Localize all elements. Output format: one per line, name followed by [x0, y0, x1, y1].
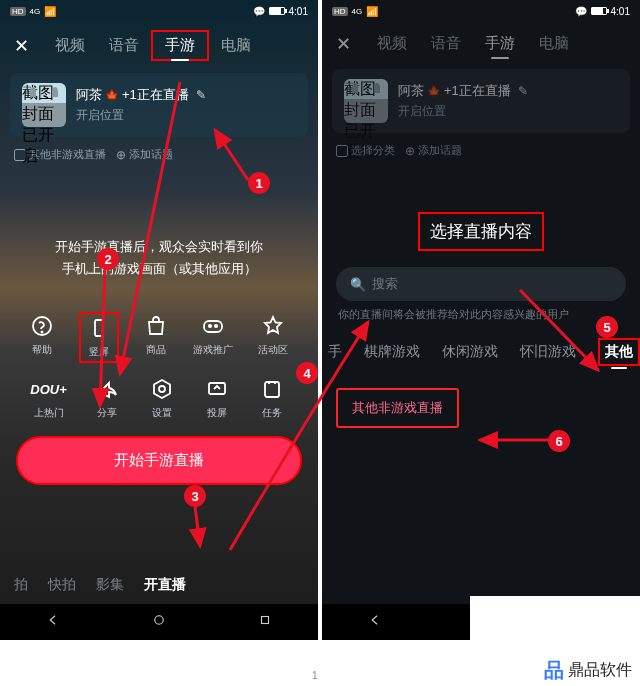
brand-logo: 品鼎品软件 — [544, 657, 632, 684]
tab-video[interactable]: 视频 — [43, 32, 97, 59]
status-bar: HD4G📶 💬4:01 — [0, 0, 318, 22]
user-card[interactable]: 截图封面已开启 阿茶🍁+1正在直播 ✎ 开启位置 — [10, 73, 308, 137]
icon-grid-2: DOU+上热门 分享 设置 投屏 任务 — [0, 377, 318, 420]
activity-button[interactable]: 活动区 — [258, 314, 288, 363]
btab-album[interactable]: 影集 — [96, 576, 124, 594]
category-list: 手 棋牌游戏 休闲游戏 怀旧游戏 其他 — [322, 322, 640, 376]
help-button[interactable]: 帮助 — [30, 314, 54, 363]
tasks-button[interactable]: 任务 — [260, 377, 284, 420]
cast-button[interactable]: 投屏 — [205, 377, 229, 420]
status-bar: HD4G📶 💬4:01 — [322, 0, 640, 22]
bottom-tabs: 拍 快拍 影集 开直播 — [0, 566, 318, 604]
left-phone: HD4G📶 💬4:01 ✕ 视频 语音 手游 电脑 截图封面已开启 阿茶🍁+1正… — [0, 0, 318, 640]
nav-back-icon[interactable] — [46, 613, 60, 631]
cat-card[interactable]: 棋牌游戏 — [364, 343, 420, 361]
close-icon[interactable]: ✕ — [8, 35, 35, 57]
user-card[interactable]: 截图封面已开启 阿茶🍁+1正在直播✎ 开启位置 — [332, 69, 630, 133]
svg-rect-2 — [95, 320, 103, 336]
svg-rect-3 — [204, 321, 222, 332]
cat-partial[interactable]: 手 — [328, 343, 342, 361]
promo-button[interactable]: 游戏推广 — [193, 314, 233, 363]
right-phone: HD4G📶 💬4:01 ✕ 视频 语音 手游 电脑 截图封面已开启 阿茶🍁+1正… — [322, 0, 640, 640]
location-toggle[interactable]: 开启位置 — [76, 107, 296, 124]
topic-chip[interactable]: 添加话题 — [116, 147, 173, 162]
category-tabs: ✕ 视频 语音 手游 电脑 — [0, 22, 318, 67]
share-button[interactable]: 分享 — [95, 377, 119, 420]
footnote: 1 — [308, 669, 322, 682]
annotation-5: 5 — [596, 316, 618, 338]
svg-point-4 — [209, 325, 211, 327]
svg-point-1 — [42, 332, 43, 333]
start-stream-button[interactable]: 开始手游直播 — [16, 436, 302, 485]
avatar: 截图封面已开启 — [344, 79, 388, 123]
orientation-button[interactable]: 竖屏 — [79, 312, 119, 363]
btab-quick[interactable]: 快拍 — [48, 576, 76, 594]
edit-icon[interactable]: ✎ — [196, 88, 206, 102]
btab-live[interactable]: 开直播 — [144, 576, 186, 594]
tab-mobile-game[interactable]: 手游 — [151, 30, 209, 61]
svg-rect-7 — [209, 383, 225, 394]
svg-point-9 — [155, 616, 163, 624]
search-input[interactable]: 🔍搜索 — [336, 267, 626, 301]
annotation-1: 1 — [248, 172, 270, 194]
chip-row: 选择分类 添加话题 — [322, 139, 640, 162]
avatar: 截图封面已开启 — [22, 83, 66, 127]
annotation-6: 6 — [548, 430, 570, 452]
tab-audio[interactable]: 语音 — [97, 32, 151, 59]
category-tabs: ✕ 视频 语音 手游 电脑 — [322, 22, 640, 63]
category-option[interactable]: 其他非游戏直播 — [336, 388, 459, 428]
product-button[interactable]: 商品 — [144, 314, 168, 363]
nav-recent-icon[interactable] — [258, 613, 272, 631]
nav-bar — [0, 604, 318, 640]
leaf-icon: 🍁 — [105, 89, 119, 102]
svg-rect-8 — [265, 382, 279, 397]
panel-title: 选择直播内容 — [418, 212, 544, 251]
svg-point-6 — [159, 386, 165, 392]
close-icon[interactable]: ✕ — [330, 33, 357, 55]
cat-other[interactable]: 其他 — [598, 338, 640, 366]
annotation-4: 4 — [296, 362, 318, 384]
svg-rect-10 — [262, 617, 269, 624]
settings-button[interactable]: 设置 — [150, 377, 174, 420]
nav-home-icon[interactable] — [152, 613, 166, 631]
annotation-2: 2 — [97, 248, 119, 270]
dou-plus-button[interactable]: DOU+上热门 — [34, 377, 64, 420]
cat-casual[interactable]: 休闲游戏 — [442, 343, 498, 361]
annotation-3: 3 — [184, 485, 206, 507]
nav-back-icon[interactable] — [368, 613, 382, 631]
description: 开始手游直播后，观众会实时看到你手机上的游戏画面（或其他应用） — [0, 236, 318, 280]
hint-text: 你的直播间将会被推荐给对此内容感兴趣的用户 — [322, 307, 640, 322]
btab-shoot[interactable]: 拍 — [14, 576, 28, 594]
icon-grid-1: 帮助 竖屏 商品 游戏推广 活动区 — [0, 314, 318, 363]
search-icon: 🔍 — [350, 277, 366, 292]
tab-pc[interactable]: 电脑 — [209, 32, 263, 59]
stream-title: 阿茶🍁+1正在直播 ✎ — [76, 86, 296, 104]
svg-point-5 — [215, 325, 217, 327]
cat-retro[interactable]: 怀旧游戏 — [520, 343, 576, 361]
